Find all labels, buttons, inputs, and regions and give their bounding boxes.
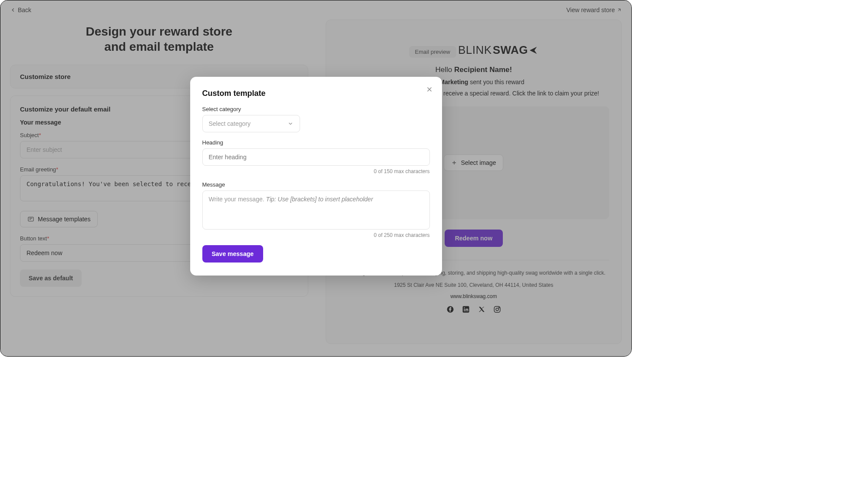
close-icon[interactable]	[426, 85, 433, 93]
save-message-button[interactable]: Save message	[202, 245, 264, 263]
modal-overlay: Custom template Select category Select c…	[0, 0, 631, 356]
category-placeholder: Select category	[209, 120, 251, 127]
message-label: Message	[202, 181, 430, 188]
message-char-count: 0 of 250 max characters	[202, 232, 430, 238]
message-textarea[interactable]: Write your message. Tip: Use [brackets] …	[202, 190, 430, 230]
heading-input[interactable]	[202, 148, 430, 166]
category-label: Select category	[202, 106, 430, 112]
category-select[interactable]: Select category	[202, 115, 300, 132]
heading-label: Heading	[202, 139, 430, 146]
custom-template-modal: Custom template Select category Select c…	[190, 77, 442, 276]
heading-char-count: 0 of 150 max characters	[202, 168, 430, 174]
chevron-down-icon	[287, 121, 294, 127]
modal-title: Custom template	[202, 89, 430, 98]
